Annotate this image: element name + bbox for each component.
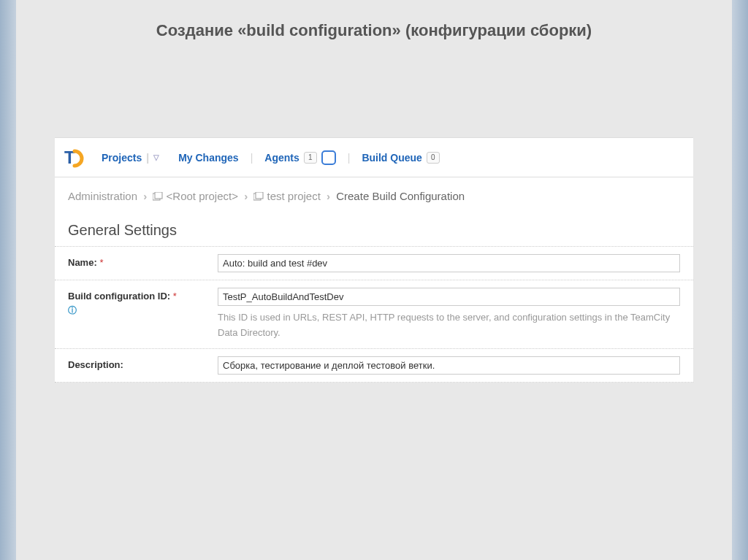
id-label: Build configuration ID: * ⓘ — [68, 288, 218, 317]
queue-count-badge: 0 — [427, 152, 440, 164]
required-mark: * — [173, 291, 177, 302]
slide-gradient-left — [0, 0, 16, 560]
chevron-down-icon: ▽ — [153, 153, 159, 161]
nav-agents[interactable]: Agents 1 — [257, 146, 343, 169]
id-label-text: Build configuration ID: — [68, 291, 170, 302]
chevron-right-icon: › — [244, 190, 248, 202]
slide-title: Создание «build configuration» (конфигур… — [0, 0, 748, 41]
help-icon[interactable]: ⓘ — [68, 304, 77, 317]
nav-separator: | — [348, 152, 351, 164]
project-icon — [253, 188, 264, 206]
nav-separator: | — [251, 152, 253, 164]
nav-build-queue[interactable]: Build Queue 0 — [354, 147, 446, 168]
form-row-name: Name: * — [55, 246, 693, 280]
breadcrumb-admin[interactable]: Administration — [68, 190, 137, 202]
chevron-right-icon: › — [143, 190, 147, 202]
required-mark: * — [99, 257, 103, 268]
project-icon — [153, 188, 163, 206]
breadcrumb: Administration › <Root project> › test p… — [55, 177, 693, 210]
teamcity-logo-icon[interactable]: T — [62, 147, 84, 169]
description-input[interactable] — [218, 356, 680, 375]
name-label: Name: * — [68, 254, 218, 268]
breadcrumb-current: Create Build Configuration — [336, 190, 465, 202]
breadcrumb-test-project[interactable]: test project — [267, 190, 320, 202]
id-hint: This ID is used in URLs, REST API, HTTP … — [218, 310, 680, 341]
agents-count-badge: 1 — [304, 152, 317, 164]
nav-agents-label: Agents — [264, 152, 299, 164]
form-row-description: Description: — [55, 348, 693, 383]
breadcrumb-root[interactable]: <Root project> — [167, 190, 238, 202]
svg-rect-4 — [256, 192, 263, 199]
agent-status-icon — [321, 150, 336, 165]
chevron-right-icon: › — [327, 190, 330, 202]
svg-rect-2 — [155, 192, 162, 199]
nav-build-queue-label: Build Queue — [362, 152, 421, 164]
nav-projects[interactable]: Projects | ▽ — [94, 147, 167, 168]
form-row-id: Build configuration ID: * ⓘ This ID is u… — [55, 280, 693, 348]
teamcity-panel: T Projects | ▽ My Changes | Agents 1 | B… — [55, 137, 693, 383]
name-input[interactable] — [218, 254, 680, 272]
slide-gradient-right — [732, 0, 748, 560]
section-title: General Settings — [55, 210, 693, 246]
name-label-text: Name: — [68, 257, 97, 268]
build-id-input[interactable] — [218, 288, 680, 306]
nav-separator: | — [146, 152, 149, 164]
top-nav: T Projects | ▽ My Changes | Agents 1 | B… — [55, 138, 693, 177]
nav-projects-label: Projects — [102, 152, 142, 164]
nav-my-changes[interactable]: My Changes — [171, 147, 245, 168]
description-label: Description: — [68, 356, 218, 370]
